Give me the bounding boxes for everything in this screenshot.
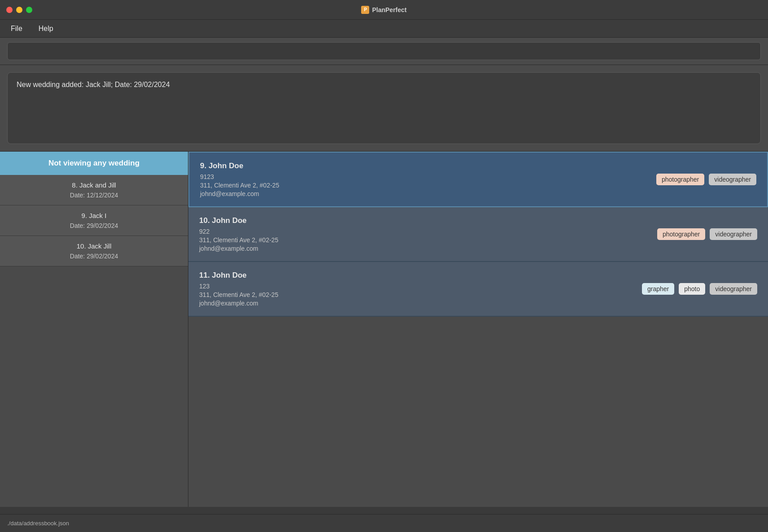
wedding-item-10-date: Date: 29/02/2024	[7, 253, 181, 260]
current-wedding-header: Not viewing any wedding	[0, 152, 188, 175]
vendor-item-11[interactable]: 11. John Doe 123 311, Clementi Ave 2, #0…	[188, 262, 768, 317]
vendor-10-name: 10. John Doe	[199, 216, 278, 225]
wedding-item-10-name: 10. Jack Jill	[7, 242, 181, 250]
input-area	[0, 38, 768, 65]
output-text: New wedding added: Jack Jill; Date: 29/0…	[17, 81, 170, 88]
wedding-item-8-name: 8. Jack and Jill	[7, 181, 181, 189]
tag-grapher-11[interactable]: grapher	[642, 283, 674, 295]
vendor-11-name: 11. John Doe	[199, 271, 278, 280]
wedding-item-9[interactable]: 9. Jack I Date: 29/02/2024	[0, 205, 188, 236]
right-panel: 9. John Doe 9123 311, Clementi Ave 2, #0…	[188, 152, 768, 507]
left-panel: Not viewing any wedding 8. Jack and Jill…	[0, 152, 188, 507]
vendor-9-phone: 9123	[200, 173, 279, 180]
app-icon: P	[361, 6, 369, 14]
wedding-item-8[interactable]: 8. Jack and Jill Date: 12/12/2024	[0, 175, 188, 205]
menu-file[interactable]: File	[7, 23, 26, 35]
status-text: ./data/addressbook.json	[7, 520, 69, 527]
output-area: New wedding added: Jack Jill; Date: 29/0…	[0, 65, 768, 152]
vendor-9-email: johnd@example.com	[200, 190, 279, 197]
vendor-9-address: 311, Clementi Ave 2, #02-25	[200, 182, 279, 189]
tag-videographer-10[interactable]: videographer	[710, 228, 757, 240]
menu-help[interactable]: Help	[35, 23, 57, 35]
wedding-item-8-date: Date: 12/12/2024	[7, 192, 181, 199]
menu-bar: File Help	[0, 20, 768, 38]
wedding-item-10[interactable]: 10. Jack Jill Date: 29/02/2024	[0, 236, 188, 266]
vendor-11-email: johnd@example.com	[199, 300, 278, 307]
maximize-button[interactable]	[26, 7, 32, 13]
vendor-10-email: johnd@example.com	[199, 245, 278, 252]
wedding-item-9-name: 9. Jack I	[7, 212, 181, 219]
title-bar: P PlanPerfect	[0, 0, 768, 20]
tag-photographer-10[interactable]: photographer	[657, 228, 705, 240]
wedding-item-9-date: Date: 29/02/2024	[7, 222, 181, 229]
minimize-button[interactable]	[16, 7, 22, 13]
close-button[interactable]	[6, 7, 13, 13]
wedding-list: 8. Jack and Jill Date: 12/12/2024 9. Jac…	[0, 175, 188, 507]
vendor-10-phone: 922	[199, 228, 278, 235]
vendor-item-10[interactable]: 10. John Doe 922 311, Clementi Ave 2, #0…	[188, 207, 768, 262]
vendor-11-tags: grapher photo videographer	[642, 283, 757, 295]
tag-photo-11[interactable]: photo	[679, 283, 705, 295]
tag-videographer-11[interactable]: videographer	[710, 283, 757, 295]
vendor-11-info: 11. John Doe 123 311, Clementi Ave 2, #0…	[199, 271, 278, 307]
tag-videographer-9[interactable]: videographer	[709, 174, 756, 185]
vendor-9-tags: photographer videographer	[656, 174, 756, 185]
vendor-10-tags: photographer videographer	[657, 228, 757, 240]
vendor-9-info: 9. John Doe 9123 311, Clementi Ave 2, #0…	[200, 161, 279, 197]
title-label: PlanPerfect	[372, 6, 406, 13]
tag-photographer-9[interactable]: photographer	[656, 174, 704, 185]
vendor-10-info: 10. John Doe 922 311, Clementi Ave 2, #0…	[199, 216, 278, 252]
vendor-9-name: 9. John Doe	[200, 161, 279, 170]
vendor-11-address: 311, Clementi Ave 2, #02-25	[199, 291, 278, 298]
vendor-11-phone: 123	[199, 283, 278, 290]
output-box: New wedding added: Jack Jill; Date: 29/0…	[7, 72, 761, 144]
command-input[interactable]	[7, 42, 761, 60]
traffic-lights	[6, 7, 32, 13]
vendor-item-9[interactable]: 9. John Doe 9123 311, Clementi Ave 2, #0…	[188, 152, 768, 207]
vendor-10-address: 311, Clementi Ave 2, #02-25	[199, 236, 278, 244]
main-area: Not viewing any wedding 8. Jack and Jill…	[0, 152, 768, 507]
app-title: P PlanPerfect	[361, 6, 406, 14]
current-wedding-label: Not viewing any wedding	[48, 159, 140, 167]
status-bar: ./data/addressbook.json	[0, 514, 768, 532]
